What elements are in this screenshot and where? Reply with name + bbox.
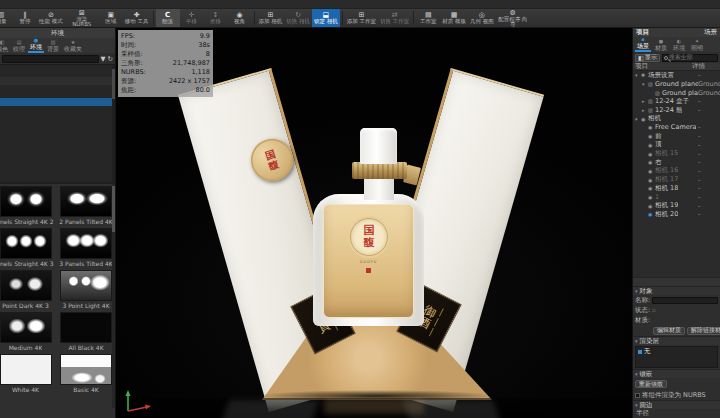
toolbar-button[interactable]: ⬓ 锁定 相机 bbox=[312, 9, 340, 27]
project-tab[interactable]: ✦ 照明 bbox=[689, 39, 705, 52]
toolbar-button[interactable]: ▦ 材质 模板 bbox=[440, 9, 468, 27]
toolbar-divider bbox=[413, 11, 414, 25]
scene-tree-row[interactable]: ◉ 相机 18 - bbox=[633, 184, 720, 193]
scene-tree-row[interactable]: ◉ 相机 19 - bbox=[633, 201, 720, 210]
hud-value: 1,118 bbox=[191, 68, 210, 77]
toolbar-button[interactable]: ▣ 区域 bbox=[99, 9, 123, 27]
refresh-icon[interactable]: ↻ bbox=[108, 55, 113, 63]
nurbs-checkbox[interactable] bbox=[635, 393, 640, 398]
tree-node-detail: - bbox=[698, 184, 720, 192]
library-item[interactable]: All Black 4K bbox=[57, 312, 115, 352]
library-item[interactable]: 3 Panels Tilted 4K bbox=[57, 228, 115, 268]
project-tab-label: 材质 bbox=[655, 44, 667, 51]
toolbar-button[interactable]: ⚙ 配置程序 向导 bbox=[496, 9, 530, 27]
scene-tree-row[interactable]: ▸ ▧ 12-24 瓶 - bbox=[633, 106, 720, 115]
environment-tab[interactable]: ◧ 颜色 bbox=[0, 40, 10, 53]
show-dropdown-button[interactable]: ◧ 显示 bbox=[635, 54, 660, 62]
environment-list-item[interactable] bbox=[0, 77, 112, 85]
toolbar-button[interactable]: ◎ 几何 视图 bbox=[468, 9, 496, 27]
toolbar-button-label: 切换 相机 bbox=[286, 19, 310, 25]
scene-tree-row[interactable]: ◉ 相机 16 - bbox=[633, 167, 720, 176]
scene-tree-row[interactable]: ▾ ▧ Ground plane Ground bbox=[633, 80, 720, 89]
scene-search-field[interactable]: 搜索全部 bbox=[662, 54, 718, 62]
toolbar-button[interactable]: ⊞ 添加 相机 bbox=[257, 9, 285, 27]
toolbar-button[interactable]: ↕ 推移 bbox=[204, 9, 228, 27]
axis-gizmo bbox=[116, 384, 158, 418]
retessellate-button[interactable]: 重新镶嵌 bbox=[635, 380, 667, 388]
tessellation-section-header[interactable]: ▾ 镶嵌 bbox=[633, 369, 720, 378]
render-layer-item[interactable]: 无 bbox=[636, 347, 717, 356]
render-viewport[interactable]: FPS: 9.9 时间: 38s 采样值: 8 三角形: 21,748,987 … bbox=[116, 28, 632, 418]
library-item[interactable]: Basic 4K bbox=[57, 354, 115, 394]
render-layer-section-header[interactable]: ▾ 渲染层 bbox=[633, 336, 720, 345]
toolbar-button[interactable]: ⇄ 切换 工作室 bbox=[378, 9, 411, 27]
scene-tree-row[interactable]: ◉ 顶 - bbox=[633, 141, 720, 150]
scene-tree-row[interactable]: ◉ Free Camera - bbox=[633, 123, 720, 132]
hud-row: 采样值: 8 bbox=[121, 50, 210, 59]
object-section-header[interactable]: ▾ 对象 bbox=[633, 286, 720, 295]
scene-tree-row[interactable]: ▧ Ground plane Ground bbox=[633, 88, 720, 97]
nurbs-checkbox-label: 将组件渲染为 NURBS bbox=[642, 391, 706, 400]
object-material-label: 材质: bbox=[635, 316, 650, 325]
environment-list-item-selected[interactable] bbox=[0, 98, 112, 106]
tree-node-label: 相机 18 bbox=[655, 184, 678, 193]
toolbar-button[interactable]: ▥ 用量 bbox=[0, 9, 13, 27]
library-item[interactable]: 2 Panels Straight 4K bbox=[0, 186, 55, 226]
toolbar-button-label: 添加 工作室 bbox=[347, 19, 376, 25]
object-name-input[interactable] bbox=[652, 297, 718, 304]
filter-icon[interactable]: ▼ bbox=[101, 55, 106, 63]
object-name-row: 名称: bbox=[633, 295, 720, 305]
tree-node-detail: - bbox=[698, 158, 720, 166]
library-item[interactable]: 3 Point Dark 4K bbox=[0, 270, 55, 310]
environment-tab[interactable]: ▤ 纹理 bbox=[11, 40, 27, 53]
hud-row: NURBS: 1,118 bbox=[121, 68, 210, 77]
tree-node-icon: ▧ bbox=[648, 81, 655, 87]
library-item[interactable]: White 4K bbox=[0, 354, 55, 394]
scene-tree-row[interactable]: ◉ 相机 17 - bbox=[633, 175, 720, 184]
scene-tree-row[interactable]: ▾ ◉ 相机 bbox=[633, 114, 720, 123]
library-scrollbar[interactable] bbox=[112, 184, 115, 408]
scene-tree-row[interactable]: ◉ 相机 20 - bbox=[633, 210, 720, 219]
toolbar-button[interactable]: ↻ 切换 相机 bbox=[284, 9, 312, 27]
toolbar-button[interactable]: C 翻滚 bbox=[156, 9, 180, 27]
object-material-row: 材质: bbox=[633, 315, 720, 325]
scene-tree-row[interactable]: ◉ 相机 15 - bbox=[633, 149, 720, 158]
unlink-material-button[interactable]: 解除链接材质 bbox=[687, 327, 720, 335]
library-item-name: 3 Point Dark 4K bbox=[2, 301, 48, 310]
toolbar-button[interactable]: ⊠ 渲染 NURBS bbox=[65, 9, 99, 27]
environment-tab[interactable]: ● 环境 bbox=[28, 38, 44, 53]
toolbar-button[interactable]: ⊘ 性能 模式 bbox=[37, 9, 65, 27]
scene-tree-row[interactable]: ◉ 前 - bbox=[633, 132, 720, 141]
environment-tab[interactable]: ▨ 背景 bbox=[45, 40, 61, 53]
toolbar-button[interactable]: ✛ 平移 bbox=[180, 9, 204, 27]
tree-node-label: 12-24 瓶 bbox=[655, 106, 682, 115]
project-tab[interactable]: ● 材质 bbox=[653, 39, 669, 52]
scene-tree-row[interactable]: ◉ 1 - bbox=[633, 193, 720, 202]
hud-label: 焦距: bbox=[121, 86, 136, 95]
toolbar-button-label: 切换 工作室 bbox=[380, 19, 409, 25]
library-item[interactable]: 3 Panels Straight 4K bbox=[0, 228, 55, 268]
scene-tree-row[interactable]: ◉ 右 - bbox=[633, 158, 720, 167]
toolbar-button[interactable]: ◉ 视角 bbox=[228, 9, 252, 27]
project-tab[interactable]: ▪ 场景 bbox=[635, 37, 651, 52]
environment-sidebar: 环境 ◧ 颜色 ▤ 纹理 ● 环境 ▨ 背景 ★ bbox=[0, 28, 116, 418]
edit-material-button[interactable]: 编辑材质 bbox=[653, 327, 685, 335]
toolbar-button-label: 平移 bbox=[186, 19, 197, 25]
toolbar-button-label: 渲染 NURBS bbox=[67, 17, 97, 28]
round-edges-section-header[interactable]: ▾ 圆边 bbox=[633, 400, 720, 409]
environment-search-input[interactable] bbox=[2, 55, 99, 63]
project-tab[interactable]: ◐ 环境 bbox=[671, 39, 687, 52]
toolbar: ▥ 用量 ‖ 暂停 ⊘ 性能 模式 ⊠ 渲染 NURBS ▣ 区域 ✚ 移动 工… bbox=[0, 9, 720, 28]
toolbar-button[interactable]: ⊞ 添加 工作室 bbox=[345, 9, 378, 27]
library-item[interactable]: 2 Panels Tilted 4K bbox=[57, 186, 115, 226]
toolbar-button[interactable]: ▤ 工作室 bbox=[416, 9, 440, 27]
environment-list-scrollbar[interactable] bbox=[112, 65, 115, 182]
toolbar-button[interactable]: ✚ 移动 工具 bbox=[123, 9, 151, 27]
scene-tree-row[interactable]: ▾ ✱ 场景设置 - bbox=[633, 71, 720, 80]
library-item[interactable]: 3 Point Light 4K bbox=[57, 270, 115, 310]
retessellate-row: 重新镶嵌 bbox=[633, 378, 720, 390]
environment-tab[interactable]: ★ 收藏夹 bbox=[62, 40, 84, 53]
scene-tree-row[interactable]: ▸ ▧ 12-24 盒子 - bbox=[633, 97, 720, 106]
library-item[interactable]: Medium 4K bbox=[0, 312, 55, 352]
toolbar-button[interactable]: ‖ 暂停 bbox=[13, 9, 37, 27]
